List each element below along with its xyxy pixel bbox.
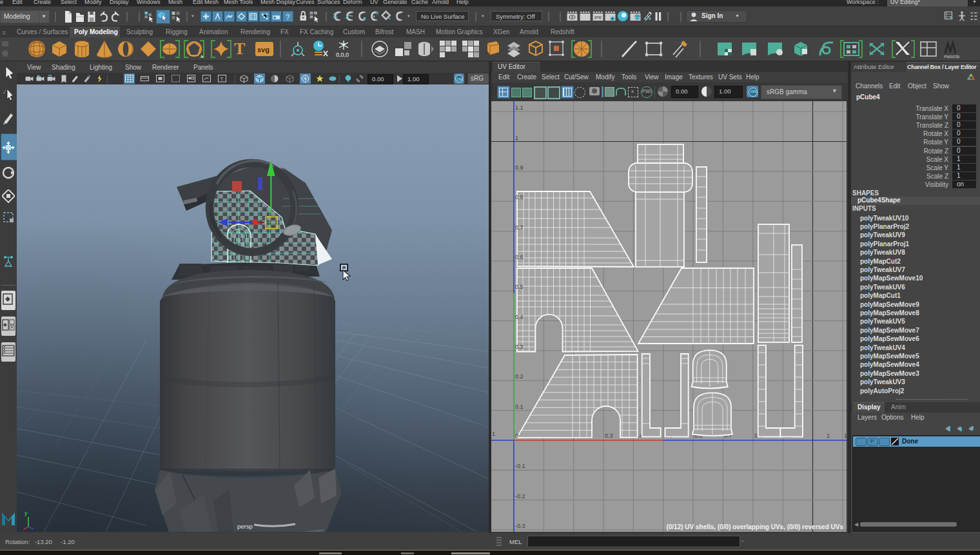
svg-text:-0.3: -0.3 — [515, 523, 525, 529]
svg-text:0.4: 0.4 — [515, 314, 524, 320]
svg-text:(0/12) UV shells, (0/0) overla: (0/12) UV shells, (0/0) overlapping UVs,… — [666, 523, 843, 531]
svg-text:myscrip: myscrip — [944, 54, 959, 59]
svg-text:0,0,0: 0,0,0 — [336, 52, 349, 58]
svg-text:1: 1 — [844, 433, 847, 439]
svg-text:0.2: 0.2 — [515, 373, 524, 380]
svg-text:0.3: 0.3 — [515, 344, 524, 350]
svg-text:-0.1: -0.1 — [515, 463, 525, 469]
svg-text:persp: persp — [237, 523, 253, 530]
svg-text:T: T — [220, 76, 224, 82]
svg-text:ON: ON — [456, 77, 462, 81]
svg-text:0.7: 0.7 — [515, 224, 524, 231]
svg-text:y: y — [24, 510, 28, 516]
svg-text:0: 0 — [515, 433, 518, 439]
svg-text:1.1: 1.1 — [515, 104, 524, 111]
svg-text:1: 1 — [492, 431, 495, 437]
svg-text:0.9: 0.9 — [515, 164, 524, 171]
svg-text:1: 1 — [515, 135, 518, 141]
svg-text:IPR: IPR — [594, 15, 602, 20]
svg-text:0.8: 0.8 — [515, 194, 524, 200]
svg-text:0.5: 0.5 — [515, 284, 524, 290]
svg-text:?: ? — [286, 13, 290, 21]
svg-text:svg: svg — [257, 46, 270, 54]
svg-text:0.1: 0.1 — [515, 404, 524, 410]
svg-text:0.6: 0.6 — [515, 254, 524, 260]
svg-text:0.3: 0.3 — [605, 433, 613, 439]
svg-text:1: 1 — [827, 433, 830, 439]
svg-text:-0.2: -0.2 — [515, 493, 525, 500]
